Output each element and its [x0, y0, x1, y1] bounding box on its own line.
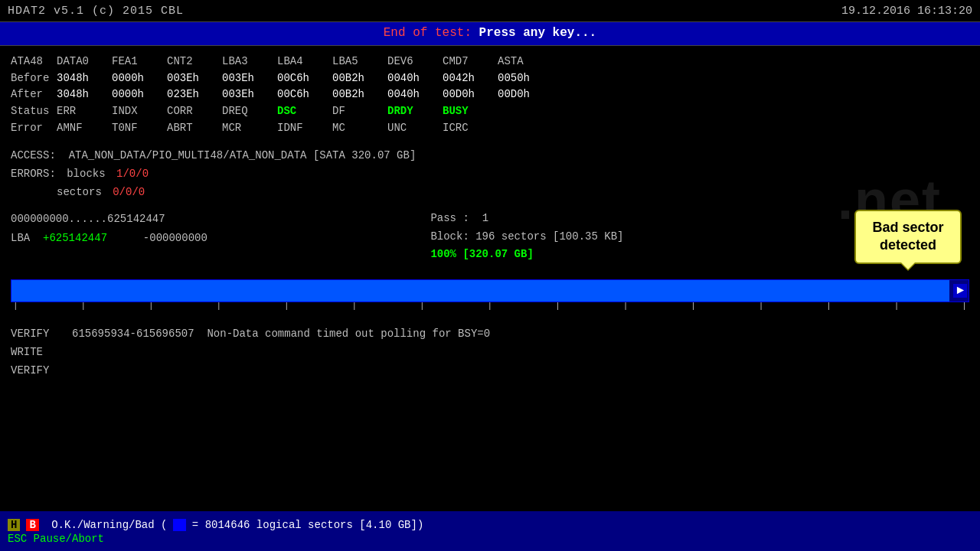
log-row-0: VERIFY 615695934-615696507 Non-Data comm…: [11, 325, 969, 344]
sectors-label: sectors: [57, 184, 108, 202]
error-abrt: ABRT: [167, 120, 222, 137]
progress-right: Pass : 1 Block: 196 sectors [100.35 KB] …: [430, 210, 623, 264]
bottom-line2: ESC Pause/Abort: [0, 533, 980, 545]
tick-7: |: [488, 302, 493, 311]
bad-sector-tooltip: Bad sector detected: [854, 210, 962, 264]
bad-sector-line2: detected: [880, 237, 936, 253]
error-t0nf: T0NF: [112, 120, 167, 137]
bad-sector-line1: Bad sector: [872, 220, 943, 235]
error-unc: UNC: [387, 120, 443, 137]
pct-line: 100% [320.07 GB]: [430, 246, 623, 264]
lba-plus: +625142447: [43, 232, 107, 244]
tick-0: |: [13, 302, 18, 311]
blocks-label: blocks: [67, 165, 112, 184]
block-line: Block: 196 sectors [100.35 KB]: [430, 228, 623, 246]
hb-badge: H: [8, 519, 20, 531]
status-busy: BUSY: [443, 103, 498, 120]
reg-before-label: Before: [11, 70, 57, 87]
reg-header-data0: DATA0: [57, 54, 112, 70]
blue-box: [173, 519, 185, 531]
progress-range: 000000000......625142447: [11, 210, 409, 229]
status-indx: INDX: [112, 103, 167, 120]
tick-3: |: [217, 302, 222, 311]
register-table: ATA48 DATA0 FEA1 CNT2 LBA3 LBA4 LBA5 DEV…: [11, 54, 969, 136]
reg-after-label: After: [11, 86, 57, 103]
error-mc: MC: [332, 120, 387, 137]
reg-before-row: Before 3048h 0000h 003Eh 003Eh 00C6h 00B…: [11, 70, 969, 87]
reg-after-dev6: 0040h: [387, 86, 443, 103]
reg-after-lba5: 00B2h: [332, 86, 387, 103]
reg-status-row: Status ERR INDX CORR DREQ DSC DF DRDY BU…: [11, 103, 969, 120]
reg-header-ata48: ATA48: [11, 54, 57, 70]
tick-10: |: [691, 302, 696, 311]
reg-before-cnt2: 003Eh: [167, 70, 222, 87]
tick-1: |: [81, 302, 87, 311]
equal-text: = 8014646 logical sectors [4.10 GB]): [192, 519, 423, 531]
tick-12: |: [826, 302, 831, 311]
reg-before-fea1: 0000h: [112, 70, 167, 87]
errors-label: ERRORS:: [11, 165, 62, 184]
reg-after-lba4: 00C6h: [277, 86, 332, 103]
error-icrc: ICRC: [443, 120, 498, 137]
progress-section: 000000000......625142447 LBA +625142447 …: [11, 210, 969, 264]
status-df: DF: [332, 103, 387, 120]
ok-warning-bad-text: O.K./Warning/Bad (: [45, 519, 168, 531]
progress-bar-arrow: ►: [953, 284, 967, 298]
reg-before-lba5: 00B2h: [332, 70, 387, 87]
reg-after-cmd7: 00D0h: [443, 86, 498, 103]
lba-line: LBA +625142447 -000000000: [11, 232, 409, 244]
progress-left: 000000000......625142447 LBA +625142447 …: [11, 210, 409, 244]
bottom-bar: HB O.K./Warning/Bad ( = 8014646 logical …: [0, 511, 980, 551]
reg-header-row: ATA48 DATA0 FEA1 CNT2 LBA3 LBA4 LBA5 DEV…: [11, 54, 969, 70]
reg-after-cnt2: 023Eh: [167, 86, 222, 103]
lba-minus: -000000000: [143, 232, 207, 244]
reg-after-data0: 3048h: [57, 86, 112, 103]
status-drdy: DRDY: [387, 103, 443, 120]
tick-11: |: [759, 302, 764, 311]
reg-error-row: Error AMNF T0NF ABRT MCR IDNF MC UNC ICR…: [11, 120, 969, 137]
tick-6: |: [420, 302, 425, 311]
tick-13: |: [894, 302, 900, 311]
reg-before-data0: 3048h: [57, 70, 112, 87]
sectors-value: 0/0/0: [113, 184, 145, 202]
esc-line: ESC Pause/Abort: [8, 533, 104, 545]
reg-header-lba4: LBA4: [277, 54, 332, 70]
access-line: ACCESS: ATA_NON_DATA/PIO_MULTI48/ATA_NON…: [11, 147, 969, 165]
main-content: .net ATA48 DATA0 FEA1 CNT2 LBA3 LBA4 LBA…: [0, 46, 980, 388]
status-dreq: DREQ: [222, 103, 277, 120]
notify-bar: End of test: Press any key...: [0, 21, 980, 46]
reg-before-cmd7: 0042h: [443, 70, 498, 87]
log-text-verify1: 615695934-615696507 Non-Data command tim…: [72, 325, 490, 344]
bottom-line1: HB O.K./Warning/Bad ( = 8014646 logical …: [0, 517, 980, 533]
reg-before-dev6: 0040h: [387, 70, 443, 87]
tick-8: |: [555, 302, 560, 311]
b-badge: B: [26, 519, 38, 531]
reg-header-dev6: DEV6: [387, 54, 443, 70]
log-row-2: VERIFY: [11, 362, 969, 380]
pass-label: Pass :: [430, 212, 475, 224]
reg-header-asta: ASTA: [498, 54, 553, 70]
error-amnf: AMNF: [57, 120, 112, 137]
reg-header-cnt2: CNT2: [167, 54, 222, 70]
lba-label: LBA: [11, 232, 37, 244]
tick-9: |: [623, 302, 629, 311]
progress-bar-ticks: | | | | | | | | | | | | | | |: [11, 302, 969, 311]
top-bar: HDAT2 v5.1 (c) 2015 CBL 19.12.2016 16:13…: [0, 0, 980, 21]
log-label-verify1: VERIFY: [11, 325, 64, 344]
app-title: HDAT2 v5.1 (c) 2015 CBL: [8, 5, 184, 18]
error-label: Error: [11, 120, 57, 137]
datetime: 19.12.2016 16:13:20: [841, 5, 972, 18]
errors-blocks-line: ERRORS: blocks 1/0/0: [11, 165, 969, 184]
error-mcr: MCR: [222, 120, 277, 137]
reg-after-row: After 3048h 0000h 023Eh 003Eh 00C6h 00B2…: [11, 86, 969, 103]
reg-after-asta: 00D0h: [498, 86, 553, 103]
tick-5: |: [352, 302, 358, 311]
log-label-verify2: VERIFY: [11, 362, 64, 380]
errors-sectors-line: sectors 0/0/0: [57, 184, 969, 202]
access-section: ACCESS: ATA_NON_DATA/PIO_MULTI48/ATA_NON…: [11, 147, 969, 201]
range-text: 000000000......625142447: [11, 213, 165, 225]
log-label-write: WRITE: [11, 344, 64, 362]
reg-header-fea1: FEA1: [112, 54, 167, 70]
pass-value: 1: [482, 212, 488, 224]
access-value: ATA_NON_DATA/PIO_MULTI48/ATA_NON_DATA [S…: [69, 149, 416, 161]
